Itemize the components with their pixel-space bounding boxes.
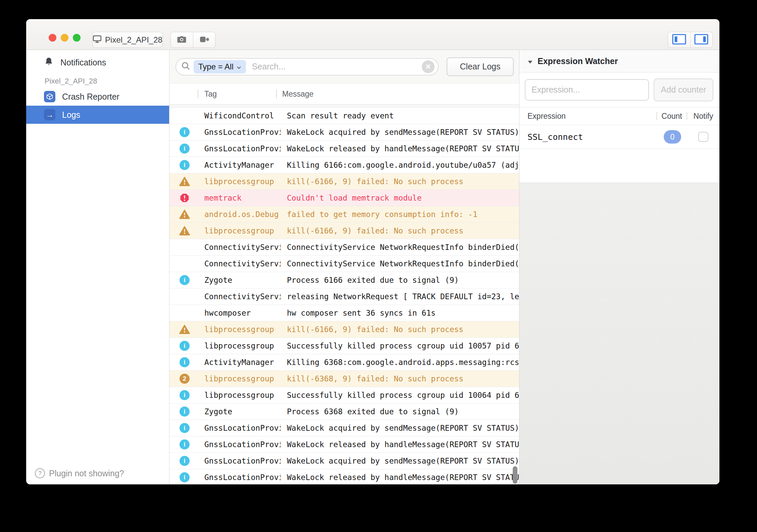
log-level-cell: [169, 226, 200, 236]
screenshot-button[interactable]: [171, 32, 193, 48]
info-icon: i: [180, 144, 190, 154]
screen-record-button[interactable]: [193, 32, 215, 48]
tag-column-header[interactable]: Tag: [198, 90, 276, 99]
log-row[interactable]: iActivityManagerKilling 6166:com.google.…: [169, 157, 519, 173]
watcher-controls: Add counter: [519, 72, 719, 107]
count-badge: 0: [664, 130, 681, 144]
log-level-cell: i: [169, 472, 200, 482]
log-message: ConnectivityService NetworkRequestInfo b…: [281, 243, 519, 252]
vertical-scrollbar-thumb[interactable]: [513, 466, 517, 484]
clear-logs-button[interactable]: Clear Logs: [447, 57, 514, 76]
clear-search-button[interactable]: ✕: [422, 60, 435, 73]
log-row[interactable]: iZygoteProcess 6166 exited due to signal…: [169, 272, 519, 288]
log-level-cell: i: [169, 423, 200, 433]
message-column-header[interactable]: Message: [277, 90, 519, 99]
device-selector-button[interactable]: Pixel_2_API_28: [92, 32, 163, 48]
notify-checkbox[interactable]: [698, 132, 708, 142]
add-counter-button[interactable]: Add counter: [654, 78, 713, 101]
log-level-cell: 2: [169, 374, 200, 384]
info-icon: i: [180, 357, 190, 367]
info-icon: i: [180, 275, 190, 285]
error-icon: [180, 193, 190, 203]
app-window: Pixel_2_API_28: [26, 19, 719, 484]
log-tag: ActivityManager: [200, 161, 281, 169]
log-row[interactable]: iZygoteProcess 6368 exited due to signal…: [169, 404, 519, 420]
right-panel-icon: [694, 34, 708, 46]
toggle-left-panel-button[interactable]: [668, 32, 690, 48]
warning-icon: [179, 226, 190, 236]
toggle-right-panel-button[interactable]: [690, 32, 713, 48]
log-level-cell: [169, 193, 200, 203]
plugin-help-link[interactable]: ? Plugin not showing?: [35, 468, 124, 478]
expression-input[interactable]: [525, 79, 649, 101]
log-tag: libprocessgroup: [200, 226, 281, 235]
info-icon: i: [180, 127, 190, 137]
log-row[interactable]: ilibprocessgroupSuccessfully killed proc…: [169, 338, 519, 354]
log-row[interactable]: hwcomposerhw_composer sent 36 syncs in 6…: [169, 305, 519, 321]
panel-title: Expression Watcher: [538, 56, 618, 66]
log-area: Type = All Search... ✕ Clear Logs: [169, 50, 519, 484]
log-tag: ConnectivityService: [200, 259, 281, 268]
log-tag: Zygote: [200, 276, 281, 284]
watcher-table-header: Expression Count Notify: [519, 107, 719, 125]
log-row[interactable]: iGnssLocationProviderWakeLock acquired b…: [169, 124, 519, 141]
warning-icon: [179, 324, 190, 334]
log-row[interactable]: iActivityManagerKilling 6368:com.google.…: [169, 354, 519, 371]
log-tag: Zygote: [200, 407, 281, 416]
log-message: WakeLock released by handleMessage(REPOR…: [281, 144, 519, 153]
log-row[interactable]: iGnssLocationProviderWakeLock released b…: [169, 469, 519, 484]
left-panel-icon: [672, 34, 686, 46]
info-icon: i: [180, 439, 190, 449]
minimize-window-button[interactable]: [61, 34, 68, 42]
info-icon: i: [180, 160, 190, 170]
expression-watcher-panel: Expression Watcher Add counter Expressio…: [519, 50, 719, 484]
type-filter-chip[interactable]: Type = All: [194, 60, 246, 73]
log-row[interactable]: ilibprocessgroupSuccessfully killed proc…: [169, 387, 519, 404]
watcher-row[interactable]: SSL_connect0: [519, 125, 719, 149]
log-message: kill(-6166, 9) failed: No such process: [281, 325, 519, 334]
log-tag: libprocessgroup: [200, 325, 281, 334]
sidebar-item-logs[interactable]: → Logs: [26, 106, 169, 124]
log-row[interactable]: iGnssLocationProviderWakeLock acquired b…: [169, 453, 519, 469]
log-tag: GnssLocationProvider: [200, 473, 281, 482]
log-row[interactable]: libprocessgroupkill(-6166, 9) failed: No…: [169, 223, 519, 239]
log-row[interactable]: iGnssLocationProviderWakeLock released b…: [169, 141, 519, 157]
log-row[interactable]: WificondControlScan result ready event: [169, 108, 519, 124]
log-row[interactable]: ConnectivityServicereleasing NetworkRequ…: [169, 288, 519, 305]
repeat-count-badge: 2: [180, 374, 190, 384]
log-level-cell: i: [169, 407, 200, 417]
info-icon: i: [180, 390, 190, 400]
log-row[interactable]: ConnectivityServiceConnectivityService N…: [169, 256, 519, 272]
bell-icon: [44, 57, 54, 68]
log-row[interactable]: iGnssLocationProviderWakeLock acquired b…: [169, 420, 519, 436]
close-window-button[interactable]: [49, 34, 56, 42]
log-message: failed to get memory consumption info: -…: [281, 210, 519, 219]
notify-cell: [687, 132, 719, 142]
log-tag: GnssLocationProvider: [200, 128, 281, 137]
log-message: hw_composer sent 36 syncs in 61s: [281, 309, 519, 317]
sidebar-item-label: Logs: [62, 110, 80, 120]
log-row[interactable]: 2libprocessgroupkill(-6368, 9) failed: N…: [169, 371, 519, 387]
table-header-strip: [169, 105, 519, 108]
log-message: Scan result ready event: [281, 111, 519, 120]
log-tag: GnssLocationProvider: [200, 424, 281, 432]
expression-watcher-header[interactable]: Expression Watcher: [519, 50, 719, 72]
log-tag: libprocessgroup: [200, 391, 281, 400]
log-row[interactable]: libprocessgroupkill(-6166, 9) failed: No…: [169, 173, 519, 190]
sidebar-item-crash-reporter[interactable]: Crash Reporter: [26, 88, 169, 106]
log-message: WakeLock released by handleMessage(REPOR…: [281, 473, 519, 482]
log-message: kill(-6166, 9) failed: No such process: [281, 177, 519, 186]
search-input[interactable]: Type = All Search... ✕: [175, 58, 439, 75]
log-row[interactable]: memtrackCouldn't load memtrack module: [169, 190, 519, 206]
log-row[interactable]: android.os.Debugfailed to get memory con…: [169, 206, 519, 223]
zoom-window-button[interactable]: [73, 34, 81, 42]
log-row[interactable]: ConnectivityServiceConnectivityService N…: [169, 239, 519, 256]
sidebar-item-notifications[interactable]: Notifications: [26, 53, 169, 71]
panel-background: [519, 182, 719, 484]
log-row[interactable]: iGnssLocationProviderWakeLock released b…: [169, 436, 519, 453]
log-tag: GnssLocationProvider: [200, 457, 281, 465]
log-message: WakeLock released by handleMessage(REPOR…: [281, 440, 519, 449]
log-rows: WificondControlScan result ready eventiG…: [169, 108, 519, 484]
log-tag: GnssLocationProvider: [200, 440, 281, 449]
log-row[interactable]: libprocessgroupkill(-6166, 9) failed: No…: [169, 321, 519, 338]
